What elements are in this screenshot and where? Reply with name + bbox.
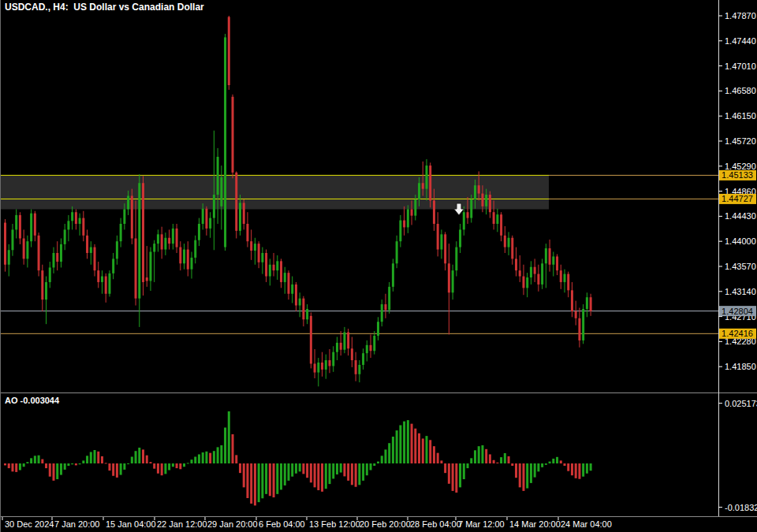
candle <box>329 360 331 366</box>
candle <box>38 236 40 270</box>
ao-bar <box>276 463 278 494</box>
candle <box>41 270 43 299</box>
candle <box>481 194 483 206</box>
ao-bar <box>254 463 256 505</box>
candle <box>522 277 524 288</box>
ao-bar <box>243 463 245 487</box>
ao-bar <box>34 456 36 463</box>
ao-bar <box>340 463 342 473</box>
candle <box>325 360 327 370</box>
ao-bar <box>19 463 21 470</box>
candle <box>396 241 398 263</box>
candle <box>463 212 465 229</box>
candle <box>567 274 569 291</box>
candle <box>120 224 122 241</box>
ao-bar <box>448 463 450 484</box>
ao-bar <box>161 463 163 475</box>
ao-bar <box>172 463 174 467</box>
candle <box>440 234 442 249</box>
candle <box>172 229 174 244</box>
ao-bar <box>280 463 282 489</box>
price-tick-label: 1.43570 <box>725 262 756 271</box>
ao-bar <box>511 463 513 466</box>
candle <box>273 265 275 270</box>
ao-bar <box>183 463 185 467</box>
ao-bar <box>79 463 81 464</box>
candle <box>94 247 96 271</box>
candle <box>519 270 521 276</box>
ao-bar <box>64 463 66 470</box>
candle <box>164 238 166 250</box>
candle <box>179 247 181 264</box>
candle <box>452 270 454 292</box>
price-tick-label: 1.44000 <box>725 236 756 246</box>
ao-bar <box>519 463 521 487</box>
ao-bar <box>343 463 345 476</box>
candle <box>489 195 491 212</box>
ao-bar <box>377 462 379 463</box>
ao-bar <box>325 463 327 489</box>
ao-bar <box>366 463 368 475</box>
candle <box>250 241 252 251</box>
supply-zone-rect[interactable] <box>1 175 549 209</box>
ao-bar <box>586 463 588 474</box>
candle <box>582 309 584 340</box>
candle <box>269 265 271 277</box>
chart-title: USDCAD., H4: US Dollar vs Canadian Dolla… <box>5 2 204 13</box>
ao-bar <box>142 449 144 463</box>
ao-bar <box>351 463 353 485</box>
price-tick-label: 1.47870 <box>725 11 756 20</box>
ao-bar <box>329 463 331 484</box>
candle <box>224 37 226 247</box>
candle <box>534 267 536 274</box>
ao-bar <box>38 456 40 463</box>
candle <box>355 360 357 374</box>
chart-canvas[interactable]: 1.478701.474401.470101.465801.461501.457… <box>1 0 757 532</box>
ao-bar <box>299 463 301 471</box>
candle <box>422 183 424 188</box>
ao-bar <box>30 458 32 463</box>
ao-bar <box>399 425 401 463</box>
ao-bar <box>217 447 219 463</box>
candle <box>578 318 580 340</box>
ao-bar <box>187 463 189 463</box>
ao-bar <box>302 463 304 474</box>
time-tick-label: 6 Feb 04:00 <box>259 519 305 529</box>
ao-bar <box>403 422 405 463</box>
ao-bar <box>564 463 566 466</box>
candle <box>545 248 547 263</box>
candle <box>157 234 159 244</box>
candle <box>418 183 420 199</box>
candle <box>321 363 323 370</box>
ao-bar <box>388 443 390 463</box>
candle <box>116 241 118 259</box>
candle <box>276 261 278 270</box>
candle <box>287 273 289 294</box>
ao-bar <box>396 430 398 463</box>
candle <box>537 274 539 285</box>
candle <box>526 277 528 288</box>
ao-bar <box>500 457 502 463</box>
candle <box>11 229 13 250</box>
candle <box>474 185 476 199</box>
ao-bar <box>67 463 69 466</box>
candle <box>433 200 435 224</box>
candle <box>384 304 386 310</box>
ao-bar <box>370 463 372 470</box>
candle <box>448 263 450 292</box>
ao-bar <box>526 463 528 489</box>
ao-bar <box>228 411 230 463</box>
ao-bar <box>545 463 547 465</box>
ao-bar <box>440 460 442 463</box>
ao-bar <box>179 463 181 469</box>
candle <box>127 196 129 210</box>
candle <box>161 234 163 249</box>
candle <box>123 210 125 224</box>
candle <box>265 253 267 277</box>
ao-bar <box>49 463 51 477</box>
candle <box>138 183 140 298</box>
candle <box>373 336 375 351</box>
ao-bar <box>198 454 200 463</box>
ao-bar <box>381 456 383 463</box>
ao-bar <box>485 449 487 463</box>
